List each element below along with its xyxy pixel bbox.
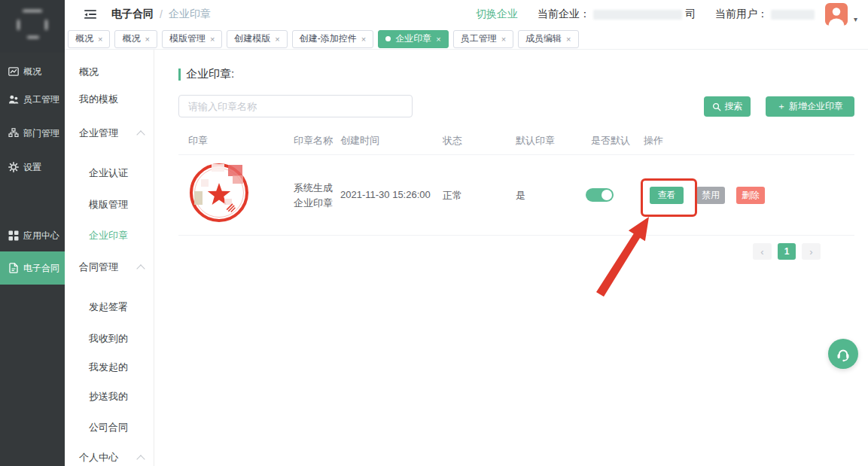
- disable-seal-button[interactable]: 禁用: [696, 187, 725, 204]
- search-button[interactable]: 搜索: [704, 96, 751, 117]
- department-icon: [8, 128, 19, 139]
- cell-default-seal: 是: [516, 189, 525, 203]
- tab-close-icon[interactable]: ×: [566, 35, 571, 44]
- tab-label: 模版管理: [169, 32, 206, 45]
- collapse-caret-icon: [136, 455, 145, 463]
- tab-staff-mgmt[interactable]: 员工管理 ×: [453, 30, 513, 48]
- table-row-top-border: [178, 154, 854, 155]
- nav-cc-me[interactable]: 抄送我的: [89, 390, 128, 404]
- add-company-seal-button[interactable]: ＋ 新增企业印章: [766, 96, 854, 117]
- sidebar-item-label: 电子合同: [23, 262, 59, 275]
- nav-overview[interactable]: 概况: [79, 65, 99, 79]
- sidebar-item-label: 设置: [23, 161, 41, 174]
- col-header-actions: 操作: [644, 134, 663, 148]
- nav-template-mgmt[interactable]: 模版管理: [89, 198, 128, 212]
- tab-close-icon[interactable]: ×: [361, 35, 366, 44]
- col-header-default-seal: 默认印章: [516, 134, 555, 148]
- tab-create-template[interactable]: 创建模版 ×: [227, 30, 287, 48]
- delete-seal-button[interactable]: 删除: [736, 187, 765, 204]
- tab-close-icon[interactable]: ×: [98, 35, 102, 44]
- seal-stamp-icon: [189, 160, 249, 226]
- nav-my-templates[interactable]: 我的模板: [79, 93, 118, 106]
- nav-personal-center-group[interactable]: 个人中心: [79, 451, 144, 464]
- nav-initiated[interactable]: 我发起的: [89, 361, 128, 374]
- app-window: 概况 员工管理 部门管理: [0, 0, 868, 466]
- company-seal-image: [189, 160, 249, 229]
- customer-support-button[interactable]: [828, 339, 858, 369]
- col-header-seal-name: 印章名称: [294, 134, 333, 148]
- cell-created-time: 2021-11-30 15:26:00: [340, 189, 431, 200]
- pagination-next-button[interactable]: ›: [802, 243, 821, 260]
- pagination-prev-button[interactable]: ‹: [753, 243, 772, 260]
- sidebar-item-settings[interactable]: 设置: [0, 153, 65, 181]
- title-accent-bar: [178, 69, 181, 81]
- nav-received[interactable]: 我收到的: [89, 332, 128, 346]
- nav-company-mgmt-group[interactable]: 企业管理: [79, 126, 144, 140]
- top-bar: 电子合同 / 企业印章 切换企业 当前企业： 司 当前用户： ▾: [65, 0, 868, 29]
- pagination-page-1[interactable]: 1: [778, 243, 796, 260]
- tab-close-icon[interactable]: ×: [210, 35, 215, 44]
- sidebar-item-staff[interactable]: 员工管理: [0, 85, 65, 114]
- sidebar-item-label: 部门管理: [23, 127, 59, 140]
- nav-company-contracts[interactable]: 公司合同: [89, 421, 128, 434]
- nav-initiate-sign[interactable]: 发起签署: [89, 300, 128, 314]
- collapse-caret-icon: [136, 130, 145, 139]
- seal-name-line1: 系统生成: [294, 181, 333, 196]
- primary-sidebar: 概况 员工管理 部门管理: [0, 0, 65, 466]
- page-title-text: 企业印章:: [186, 67, 234, 81]
- nav-company-seal[interactable]: 企业印章: [89, 229, 128, 242]
- avatar-person-icon: [825, 3, 848, 26]
- tab-overview-1[interactable]: 概况 ×: [68, 30, 110, 48]
- switch-company-link[interactable]: 切换企业: [476, 8, 518, 21]
- user-menu-caret-icon[interactable]: ▾: [854, 15, 857, 23]
- tab-member-edit[interactable]: 成员编辑 ×: [518, 30, 578, 48]
- main-content: 企业印章: 搜索 ＋ 新增企业印章 印章 印章名称 创建时间 状态 默认印章 是…: [154, 50, 868, 466]
- app-logo: [0, 0, 65, 53]
- breadcrumb-current: 企业印章: [169, 8, 211, 21]
- tab-close-icon[interactable]: ×: [436, 35, 440, 44]
- view-seal-button[interactable]: 查看: [650, 187, 684, 204]
- company-name-tail: 司: [685, 8, 696, 21]
- sidebar-item-e-contract[interactable]: 电子合同: [0, 251, 65, 285]
- col-header-is-default: 是否默认: [591, 134, 630, 148]
- col-header-status: 状态: [443, 134, 462, 148]
- collapse-menu-icon[interactable]: [84, 9, 98, 20]
- nav-group-label: 企业管理: [79, 126, 118, 140]
- nav-contract-mgmt-group[interactable]: 合同管理: [79, 260, 144, 274]
- seal-name-line2: 企业印章: [294, 196, 333, 211]
- tab-label: 创建-添加控件: [300, 32, 357, 45]
- sidebar-item-department[interactable]: 部门管理: [0, 119, 65, 148]
- company-name-redacted: [593, 10, 682, 20]
- current-company-label: 当前企业：: [538, 8, 590, 21]
- user-name-redacted: [771, 10, 815, 20]
- tab-label: 员工管理: [461, 32, 497, 45]
- tab-template-mgmt[interactable]: 模版管理 ×: [162, 30, 222, 48]
- headset-icon: [833, 344, 853, 364]
- sidebar-item-label: 应用中心: [23, 230, 59, 242]
- search-button-label: 搜索: [725, 100, 743, 113]
- add-button-label: 新增企业印章: [789, 100, 843, 113]
- contract-icon: [8, 263, 19, 273]
- breadcrumb-root[interactable]: 电子合同: [111, 8, 154, 21]
- tab-overview-2[interactable]: 概况 ×: [114, 30, 157, 48]
- tab-close-icon[interactable]: ×: [275, 35, 279, 44]
- tab-company-seal-active[interactable]: 企业印章 ×: [378, 30, 448, 48]
- sidebar-item-label: 概况: [23, 65, 41, 78]
- breadcrumb: 电子合同 / 企业印章: [111, 8, 211, 21]
- user-avatar[interactable]: [825, 3, 848, 26]
- toggle-knob: [602, 190, 612, 200]
- plus-icon: ＋: [777, 100, 786, 113]
- sidebar-item-app-center[interactable]: 应用中心: [0, 221, 65, 250]
- apps-icon: [8, 230, 19, 241]
- tab-label: 概况: [122, 32, 140, 45]
- sidebar-item-overview[interactable]: 概况: [0, 57, 65, 86]
- col-header-created-time: 创建时间: [340, 134, 379, 148]
- nav-group-label: 合同管理: [79, 260, 118, 274]
- default-seal-toggle[interactable]: [586, 188, 614, 202]
- tab-close-icon[interactable]: ×: [501, 35, 506, 44]
- tab-close-icon[interactable]: ×: [145, 35, 149, 44]
- seal-name-search-input[interactable]: [178, 95, 413, 117]
- tab-create-add-control[interactable]: 创建-添加控件 ×: [292, 30, 373, 48]
- active-tab-dot-icon: [385, 36, 391, 41]
- nav-company-auth[interactable]: 企业认证: [89, 166, 128, 180]
